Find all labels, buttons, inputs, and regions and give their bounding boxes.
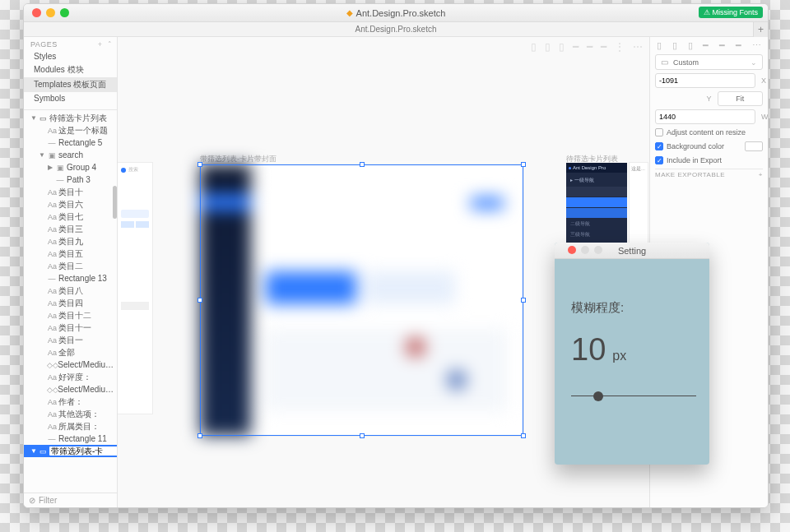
folder-icon: ▣: [48, 151, 56, 160]
layer-row[interactable]: Aa类目二: [24, 260, 117, 272]
layer-label: Path 3: [67, 175, 91, 184]
blur-slider[interactable]: [571, 391, 696, 402]
layer-row[interactable]: Aa其他选项：: [24, 408, 117, 420]
pages-list: StylesModules 模块Templates 模板页面Symbols: [24, 50, 117, 108]
sym-icon: ◇: [47, 386, 55, 394]
layer-label: 类目十二: [58, 310, 91, 322]
layer-row[interactable]: Aa类目六: [24, 198, 117, 210]
close-icon[interactable]: [568, 246, 576, 254]
layer-row[interactable]: Aa类目十: [24, 186, 117, 198]
shape-icon: —: [48, 275, 56, 283]
disclosure-icon[interactable]: ▶: [47, 164, 53, 171]
close-icon[interactable]: [32, 8, 41, 17]
layer-row[interactable]: Aa好评度：: [24, 371, 117, 383]
layer-row[interactable]: Aa全部: [24, 346, 117, 359]
slider-knob[interactable]: [593, 391, 603, 401]
distribute-icon[interactable]: ⋯: [752, 40, 761, 51]
document-tab[interactable]: Ant.Design.Pro.sketch: [356, 25, 437, 34]
layer-label: 好评度：: [58, 372, 91, 383]
missing-fonts-badge[interactable]: ⚠ Missing Fonts: [699, 7, 763, 18]
resize-handle-tl[interactable]: [198, 162, 202, 167]
artboard-thumb-left[interactable]: 搜索: [118, 163, 152, 414]
zoom-icon[interactable]: [594, 246, 602, 254]
resize-handle-bl[interactable]: [198, 433, 202, 438]
align-hcenter-icon[interactable]: ▯: [672, 40, 677, 51]
layer-row[interactable]: —Path 3: [24, 173, 117, 186]
layer-row[interactable]: Aa类目十一: [24, 322, 117, 334]
canvas-toolbar: ▯ ▯ ▯ ━ ━ ━ ⋮ ⋯: [118, 39, 649, 55]
shape-icon: —: [48, 435, 56, 443]
distribute-v-icon[interactable]: ⋯: [633, 41, 643, 53]
disclosure-icon[interactable]: ▼: [39, 151, 45, 159]
size-preset-select[interactable]: ▭ Custom ⌄: [655, 54, 763, 70]
layer-row[interactable]: ▼▭待筛选卡片列表: [24, 112, 117, 124]
page-item[interactable]: Templates 模板页面: [24, 77, 117, 92]
artboard-label[interactable]: 带筛选列表-卡片带封面: [200, 154, 276, 164]
distribute-h-icon[interactable]: ⋮: [615, 41, 625, 53]
x-input[interactable]: [655, 73, 755, 88]
align-middle-icon[interactable]: ━: [587, 41, 592, 53]
include-export-checkbox[interactable]: ✓ Include in Export: [655, 155, 763, 165]
align-right-icon[interactable]: ▯: [688, 40, 693, 51]
resize-handle-tr[interactable]: [521, 162, 526, 167]
width-input[interactable]: [655, 109, 755, 124]
layer-row[interactable]: Aa这是一个标题: [24, 124, 117, 136]
resize-handle-bm[interactable]: [360, 433, 365, 438]
align-left-icon[interactable]: ▯: [657, 40, 662, 51]
layer-label: 全部: [58, 347, 75, 359]
align-left-icon[interactable]: ▯: [531, 41, 537, 53]
layer-row[interactable]: Aa类目九: [24, 235, 117, 247]
align-bottom-icon[interactable]: ━: [601, 41, 606, 53]
layer-row[interactable]: ◇Select/Medium/…: [24, 359, 117, 371]
disclosure-icon[interactable]: ▼: [30, 447, 37, 455]
collapse-pages-button[interactable]: ˄: [108, 40, 113, 49]
filter-input[interactable]: Filter: [39, 496, 57, 505]
zoom-icon[interactable]: [60, 8, 69, 17]
align-center-icon[interactable]: ▯: [545, 41, 551, 53]
background-swatch[interactable]: [745, 141, 763, 151]
disclosure-icon[interactable]: ▼: [30, 114, 37, 122]
layer-row[interactable]: Aa类目十二: [24, 309, 117, 322]
page-item[interactable]: Styles: [24, 50, 117, 62]
layer-row[interactable]: Aa类目一: [24, 334, 117, 346]
layer-label: Rectangle 11: [58, 434, 107, 443]
checkbox-icon: [655, 128, 663, 136]
layer-row[interactable]: Aa作者：: [24, 396, 117, 408]
align-vcenter-icon[interactable]: ━: [719, 40, 725, 51]
align-top-icon[interactable]: ━: [703, 40, 709, 51]
layer-row[interactable]: Aa类目七: [24, 210, 117, 223]
layer-row[interactable]: —Rectangle 5: [24, 136, 117, 149]
add-tab-button[interactable]: +: [753, 22, 768, 37]
add-export-button[interactable]: +: [759, 171, 763, 178]
layer-row[interactable]: ▼▣search: [24, 149, 117, 161]
checkbox-icon: ✓: [655, 142, 663, 150]
left-sidebar: PAGES + ˄ StylesModules 模块Templates 模板页面…: [24, 37, 118, 507]
layer-row[interactable]: Aa类目八: [24, 285, 117, 297]
resize-handle-br[interactable]: [521, 433, 526, 438]
layer-row[interactable]: Aa类目四: [24, 297, 117, 309]
background-color-checkbox[interactable]: ✓ Background color: [655, 141, 763, 152]
layer-row[interactable]: Aa类目五: [24, 247, 117, 260]
layers-scrollbar[interactable]: [113, 186, 117, 219]
page-item[interactable]: Modules 模块: [24, 62, 117, 77]
layer-label: 这是一个标题: [58, 125, 108, 136]
layer-row[interactable]: ◇Select/Medium/…: [24, 383, 117, 396]
resize-handle-ml[interactable]: [198, 298, 202, 303]
layer-row[interactable]: —Rectangle 11: [24, 433, 117, 445]
layer-row[interactable]: Aa所属类目：: [24, 420, 117, 433]
align-right-icon[interactable]: ▯: [559, 41, 565, 53]
align-top-icon[interactable]: ━: [573, 41, 579, 53]
resize-handle-mr[interactable]: [521, 298, 526, 303]
layer-row[interactable]: ▶▣Group 4: [24, 161, 117, 173]
adjust-content-checkbox[interactable]: Adjust content on resize: [655, 127, 763, 137]
align-bottom-icon[interactable]: ━: [736, 40, 741, 51]
layer-row[interactable]: ▼▭带筛选列表-卡片带封面: [24, 445, 117, 457]
page-item[interactable]: Symbols: [24, 92, 117, 104]
fit-button[interactable]: Fit: [718, 91, 764, 106]
minimize-icon[interactable]: [581, 246, 589, 254]
resize-handle-tm[interactable]: [360, 162, 365, 167]
layer-row[interactable]: —Rectangle 13: [24, 272, 117, 285]
layer-row[interactable]: Aa类目三: [24, 223, 117, 235]
add-page-button[interactable]: +: [98, 40, 103, 49]
minimize-icon[interactable]: [46, 8, 55, 17]
